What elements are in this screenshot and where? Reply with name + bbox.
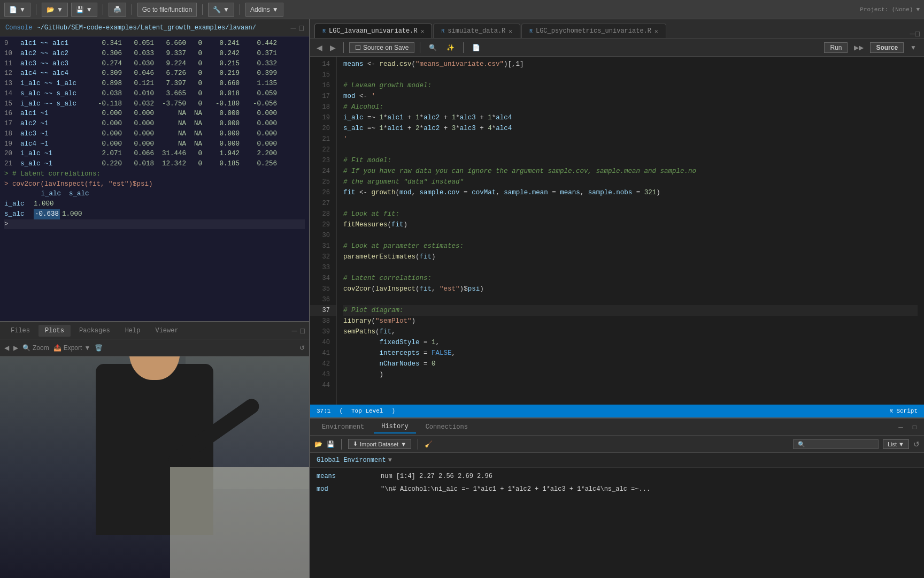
webcam-view xyxy=(0,356,309,578)
editor-search-btn[interactable]: 🔍 xyxy=(426,43,440,52)
addins-btn[interactable]: Addins ▼ xyxy=(245,3,283,17)
editor-maximize-btn[interactable]: □ xyxy=(915,29,920,38)
source-btn[interactable]: Source xyxy=(870,42,904,53)
row-ci-hi: 0.399 xyxy=(240,69,277,79)
list-view-btn[interactable]: List ▼ xyxy=(883,439,909,449)
editor-forward-btn[interactable]: ▶ xyxy=(328,42,338,53)
editor-back-btn[interactable]: ◀ xyxy=(314,42,325,53)
tab-viewer[interactable]: Viewer xyxy=(149,325,184,337)
row-est: 0.000 xyxy=(84,139,122,149)
env-load-btn[interactable]: 📂 xyxy=(314,440,322,448)
prev-plot-btn[interactable]: ◀ xyxy=(4,344,9,352)
top-level-close: ) xyxy=(391,408,395,414)
print-btn[interactable]: 🖨️ xyxy=(109,3,126,17)
tab-packages[interactable]: Packages xyxy=(73,325,117,337)
row-name: alc1 ~~ alc1 xyxy=(20,39,84,49)
table-row: 16 alc1 ~1 0.000 0.000 NA NA 0.000 0.000 xyxy=(4,109,305,119)
code-line: # Plot diagram: xyxy=(343,305,918,316)
token-fn: read.csv xyxy=(380,60,412,68)
line-number: 17 xyxy=(310,91,336,102)
tab-files[interactable]: Files xyxy=(4,325,36,337)
refresh-plots-btn[interactable]: ↺ xyxy=(299,344,305,352)
console-maximize-btn[interactable]: □ xyxy=(299,24,304,32)
token-punc: ( xyxy=(412,60,416,68)
token-op: + xyxy=(404,114,416,121)
code-editor[interactable]: 1415161718192021222324252627282930313233… xyxy=(310,57,924,405)
compile-btn[interactable]: 📄 xyxy=(469,43,483,52)
run-btn[interactable]: Run xyxy=(824,42,848,53)
files-maximize-btn[interactable]: □ xyxy=(301,326,305,335)
token-op: =~ xyxy=(364,125,380,132)
line-number: 15 xyxy=(310,70,336,80)
refresh-env-btn[interactable]: ↺ xyxy=(913,440,920,448)
token-num: 1 xyxy=(380,114,384,121)
toolbar-sep-1 xyxy=(36,4,36,15)
delete-plot-btn[interactable]: 🗑️ xyxy=(95,344,103,352)
main-layout: Console ~/GitHub/SEM-code-examples/Laten… xyxy=(0,19,924,578)
zoom-btn[interactable]: 🔍 Zoom xyxy=(22,344,49,352)
token-var: mod xyxy=(343,93,356,100)
row-p: 0 xyxy=(186,89,202,99)
global-env-header: Global Environment ▼ xyxy=(310,453,924,468)
files-minimize-btn[interactable]: ─ xyxy=(292,326,297,335)
addins-arrow: ▼ xyxy=(272,6,279,13)
bottom-maximize-btn[interactable]: □ xyxy=(910,422,920,432)
next-plot-btn[interactable]: ▶ xyxy=(13,344,18,352)
row-ci-hi: 0.442 xyxy=(240,39,277,49)
code-line: ) xyxy=(343,369,918,380)
env-content: meansnum [1:4] 2.27 2.56 2.69 2.96mod"\n… xyxy=(310,468,924,578)
tab-simulate[interactable]: R simulate_data.R ✕ xyxy=(433,24,520,38)
line-number: 41 xyxy=(310,348,336,359)
tab-lgc-lavaan[interactable]: R LGC_lavaan_univariate.R ✕ xyxy=(314,24,432,38)
bottom-minimize-btn[interactable]: ─ xyxy=(895,422,906,432)
tab-connections[interactable]: Connections xyxy=(418,421,475,433)
env-var-desc: num [1:4] 2.27 2.56 2.69 2.96 xyxy=(381,473,918,480)
list-label: List xyxy=(888,441,897,447)
token-op: = xyxy=(548,189,560,196)
row-ci-hi: 1.135 xyxy=(240,79,277,89)
row-ci-hi: 0.371 xyxy=(240,49,277,59)
code-line xyxy=(343,198,918,209)
token-punc: ( xyxy=(372,317,376,325)
go-to-function-btn[interactable]: Go to file/function xyxy=(137,3,197,17)
new-file-btn[interactable]: 📄 ▼ xyxy=(4,3,30,17)
env-search-input[interactable] xyxy=(793,439,879,449)
clear-env-btn[interactable]: 🧹 xyxy=(425,440,433,448)
export-btn[interactable]: 📤 Export ▼ xyxy=(53,344,91,352)
token-op: = xyxy=(420,360,432,368)
line-number: 43 xyxy=(310,369,336,380)
console-content[interactable]: 9 alc1 ~~ alc1 0.341 0.051 6.660 0 0.241… xyxy=(0,36,309,321)
editor-magic-btn[interactable]: ✨ xyxy=(443,43,458,52)
row-name: i_alc ~~ s_alc xyxy=(20,99,84,109)
code-tools-btn[interactable]: 🔧 ▼ xyxy=(208,3,234,17)
tab-psychometrics[interactable]: R LGC_psychometrics_univariate.R ✕ xyxy=(521,24,666,38)
source-on-save-btn[interactable]: ☐ Source on Save xyxy=(349,42,414,53)
tab-history[interactable]: History xyxy=(374,421,415,434)
line-number: 20 xyxy=(310,123,336,134)
import-dataset-btn[interactable]: ⬇ Import Dataset ▼ xyxy=(348,439,411,449)
token-var: psi xyxy=(468,285,480,293)
env-save-btn[interactable]: 💾 xyxy=(327,440,335,448)
tab-psychometrics-close[interactable]: ✕ xyxy=(654,28,658,35)
run-lines-btn[interactable]: ▶▶ xyxy=(851,43,867,52)
token-op: * xyxy=(420,125,424,132)
row-z: NA xyxy=(154,119,186,129)
line-number: 19 xyxy=(310,112,336,123)
tab-environment[interactable]: Environment xyxy=(314,421,372,433)
source-arrow-btn[interactable]: ▼ xyxy=(907,43,920,52)
tab-simulate-close[interactable]: ✕ xyxy=(509,28,512,35)
save-btn[interactable]: 💾 ▼ xyxy=(71,3,97,17)
tab-plots[interactable]: Plots xyxy=(38,325,71,337)
tab-lgc-lavaan-close[interactable]: ✕ xyxy=(421,28,425,35)
table-row: 21 s_alc ~1 0.220 0.018 12.342 0 0.185 0… xyxy=(4,159,305,169)
code-content[interactable]: means <- read.csv("means_univariate.csv"… xyxy=(337,57,924,405)
row-est: 0.000 xyxy=(84,119,122,129)
token-str: "est" xyxy=(440,285,460,293)
editor-minimize-btn[interactable]: ─ xyxy=(910,29,915,38)
console-minimize-btn[interactable]: ─ xyxy=(291,24,296,32)
tab-help[interactable]: Help xyxy=(119,325,147,337)
token-op: = xyxy=(420,349,432,357)
new-file-icon: 📄 xyxy=(9,6,17,13)
code-line: # Look at parameter estimates: xyxy=(343,241,918,252)
open-btn[interactable]: 📂 ▼ xyxy=(42,3,68,17)
